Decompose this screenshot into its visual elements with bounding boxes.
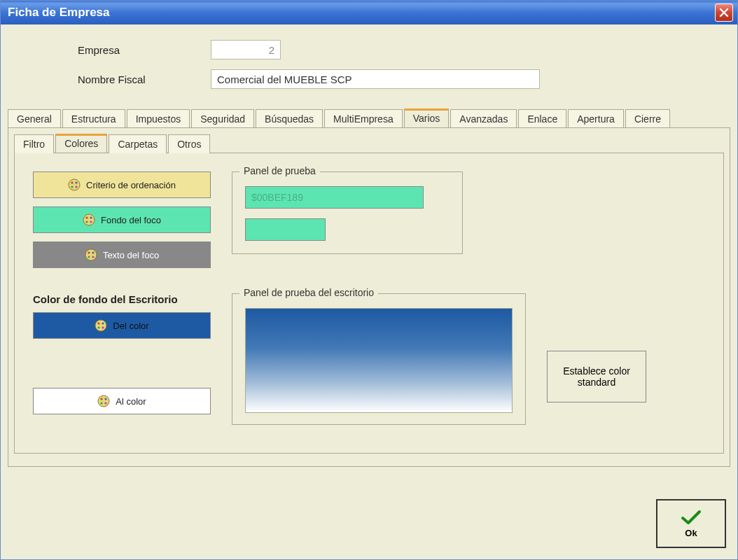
svg-point-20 [98,396,109,407]
main-tabs: General Estructura Impuestos Seguridad B… [8,107,730,127]
svg-point-6 [85,216,88,218]
palette-icon [83,214,95,226]
tab-varios[interactable]: Varios [404,108,450,127]
header-area: Empresa 2 Nombre Fiscal Comercial del MU… [1,24,737,107]
color-fondo-escritorio-label: Color de fondo del Escritorio [33,293,211,305]
tab-general[interactable]: General [8,109,61,128]
svg-point-16 [98,322,100,324]
texto-del-foco-button[interactable]: Texto del foco [33,241,211,268]
ok-button[interactable]: Ok [656,499,726,548]
svg-point-24 [105,402,107,404]
svg-point-18 [98,326,100,328]
subtab-carpetas[interactable]: Carpetas [109,134,167,153]
empresa-field[interactable]: 2 [211,40,281,59]
criterio-ordenacion-button[interactable]: Criterio de ordenación [33,172,211,198]
sub-tabs: Filtro Colores Carpetas Otros [14,134,724,153]
svg-point-14 [92,255,94,258]
titlebar: Ficha de Empresa [1,1,737,24]
svg-point-8 [85,220,88,223]
fondo-del-foco-button[interactable]: Fondo del foco [33,206,211,233]
svg-point-3 [71,186,73,188]
palette-icon [68,178,81,191]
criterio-ordenacion-label: Criterio de ordenación [86,180,176,190]
main-tab-panel: Filtro Colores Carpetas Otros Criterio d… [8,127,730,467]
svg-point-19 [102,326,104,328]
subtab-filtro[interactable]: Filtro [14,134,54,153]
window-frame: Ficha de Empresa Empresa 2 Nombre Fiscal… [0,0,738,560]
svg-point-11 [88,251,90,253]
tab-cierre[interactable]: Cierre [625,109,670,128]
tab-seguridad[interactable]: Seguridad [191,109,254,128]
al-color-button[interactable]: Al color [33,388,211,414]
panel-prueba-escritorio-legend: Panel de prueba del escritorio [239,287,378,298]
desktop-gradient-preview [245,308,513,413]
svg-point-12 [92,251,94,253]
tab-enlace[interactable]: Enlace [518,109,566,128]
tab-multiempresa[interactable]: MultiEmpresa [324,109,403,128]
svg-point-22 [105,398,107,400]
svg-point-7 [90,216,92,218]
panel-prueba-escritorio-group: Panel de prueba del escritorio [232,293,526,425]
fondo-del-foco-label: Fondo del foco [101,215,161,225]
texto-del-foco-label: Texto del foco [103,250,159,260]
ok-button-label: Ok [685,528,697,538]
svg-point-0 [69,179,80,190]
close-button[interactable] [715,4,733,22]
panel-de-prueba-group: Panel de prueba $00BEF189 [232,172,463,254]
tab-apertura[interactable]: Apertura [568,109,624,128]
svg-point-9 [90,220,92,223]
subtab-otros[interactable]: Otros [168,134,210,153]
del-color-button[interactable]: Del color [33,312,211,339]
checkmark-icon [681,510,702,525]
tab-impuestos[interactable]: Impuestos [127,109,190,128]
nombre-fiscal-label: Nombre Fiscal [78,74,211,85]
svg-point-17 [102,322,104,324]
panel-prueba-swatch [245,218,326,241]
palette-icon [85,248,97,261]
svg-point-5 [83,214,95,225]
svg-point-10 [85,249,97,260]
svg-point-23 [101,402,103,404]
subtab-colores[interactable]: Colores [55,134,107,153]
palette-icon [97,395,110,407]
window-title: Ficha de Empresa [8,6,110,20]
panel-de-prueba-legend: Panel de prueba [239,165,320,176]
svg-point-2 [75,181,77,183]
tab-estructura[interactable]: Estructura [62,109,125,128]
tab-busquedas[interactable]: Búsquedas [256,109,323,128]
subtab-panel-colores: Criterio de ordenación Fondo del foco Te… [14,153,724,454]
empresa-label: Empresa [78,44,211,56]
svg-point-15 [95,320,106,331]
svg-point-21 [101,398,103,400]
del-color-label: Del color [113,321,148,331]
panel-prueba-value-field[interactable]: $00BEF189 [245,186,424,209]
tab-avanzadas[interactable]: Avanzadas [450,109,517,128]
svg-point-13 [88,255,90,258]
svg-point-1 [71,181,73,183]
nombre-fiscal-field[interactable]: Comercial del MUEBLE SCP [211,69,540,89]
svg-point-4 [75,186,77,188]
palette-icon [95,319,107,332]
establece-color-standard-button[interactable]: Establece color standard [547,351,646,402]
close-icon [719,8,729,18]
al-color-label: Al color [116,396,146,407]
